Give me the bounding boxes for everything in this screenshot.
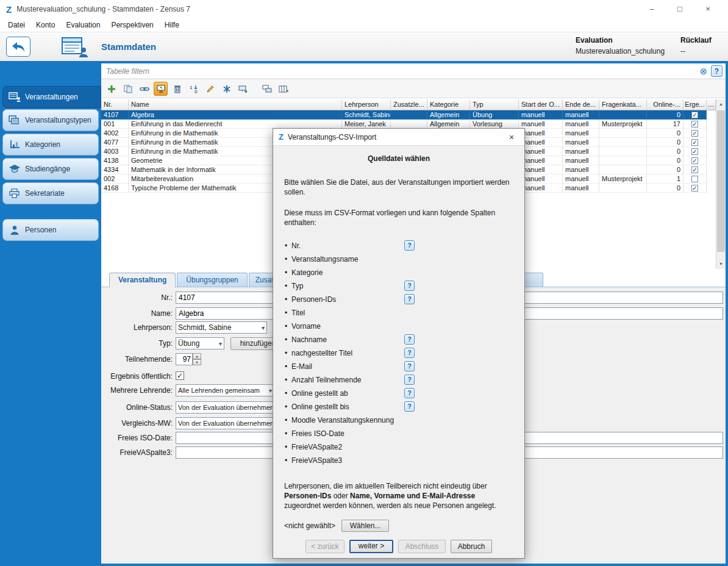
column-header[interactable]: Start der O... (519, 99, 563, 110)
column-header[interactable]: Ende de... (563, 99, 599, 110)
scrollbar-thumb[interactable] (717, 110, 725, 252)
scroll-down-icon[interactable]: ▼ (716, 259, 726, 269)
stepper-up-icon[interactable]: ▴ (193, 353, 201, 359)
column-header[interactable]: Online-... (647, 99, 683, 110)
column-header[interactable]: Zusatzle... (391, 99, 427, 110)
mehrere-lehrende-label: Mehrere Lehrende: (101, 384, 173, 396)
mehrere-lehrende-select[interactable]: Alle Lehrenden gemeinsam ▾ (176, 384, 274, 396)
tab-veranstaltung[interactable]: Veranstaltung (109, 273, 176, 287)
teilnehmende-input[interactable] (176, 353, 193, 365)
online-status-select[interactable]: Von der Evaluation übernehmen ▾ (176, 401, 274, 414)
help-icon[interactable]: ? (404, 281, 415, 291)
window-title: Musterevaluation_schulung - Stammdaten -… (16, 5, 190, 13)
column-header[interactable]: Fragenkata... (599, 99, 647, 110)
filter-bar: ⊗ ? (101, 63, 726, 79)
row-checkbox[interactable]: ✓ (691, 139, 698, 146)
table-cell: 0 (647, 147, 683, 156)
help-icon[interactable]: ? (404, 401, 415, 412)
filter-help-button[interactable]: ? (711, 65, 723, 77)
menu-evaluation[interactable]: Evaluation (60, 19, 105, 31)
tab-uebungsgruppen[interactable]: Übungsgruppen (177, 273, 247, 287)
back-step-button[interactable]: < zurück (305, 540, 344, 553)
csv-column-label: Online gestellt bis (291, 403, 349, 411)
help-icon[interactable]: ? (404, 240, 415, 251)
csv-column-label: Moodle Veranstaltungskennung (291, 416, 394, 424)
column-header[interactable]: Typ (470, 99, 519, 110)
csv-column-item: Personen-IDs? (284, 295, 513, 308)
sidebar-item-veranstaltungstypen[interactable]: Veranstaltungstypen (2, 109, 99, 131)
renumber-icon[interactable]: 10 (187, 82, 201, 96)
csv-column-item: Online gestellt ab? (284, 389, 513, 402)
row-checkbox[interactable]: ✓ (691, 157, 698, 164)
csv-column-item: Vorname (284, 321, 513, 335)
help-icon[interactable]: ? (404, 388, 415, 398)
sidebar-item-kategorien[interactable]: Kategorien (2, 134, 99, 156)
vergleichs-mw-label: Vergleichs-MW: (101, 417, 173, 429)
row-checkbox[interactable]: ✓ (691, 148, 698, 155)
screen-export-icon[interactable] (236, 82, 250, 96)
help-icon[interactable]: ? (404, 294, 415, 304)
csv-import-icon[interactable] (154, 82, 168, 96)
vertical-scrollbar[interactable]: ▲ ▼ (716, 99, 726, 269)
table-row[interactable]: 001Einführung in das MedienrechtMeiser, … (101, 120, 707, 129)
menu-datei[interactable]: Datei (2, 19, 30, 31)
add-icon[interactable] (104, 82, 118, 96)
column-options-button[interactable]: … (707, 99, 716, 110)
scroll-up-icon[interactable]: ▲ (716, 99, 726, 109)
add-column-icon[interactable] (276, 82, 290, 96)
sidebar-item-sekretariate[interactable]: Sekretariate (2, 182, 99, 204)
mehrere-lehrende-value: Alle Lehrenden gemeinsam (178, 387, 260, 394)
row-checkbox[interactable]: ✓ (691, 112, 698, 118)
dialog-intro-1: Bitte wählen Sie die Datei, aus der Vera… (284, 177, 513, 197)
typ-select[interactable]: Übung ▾ (176, 337, 224, 349)
stepper-down-icon[interactable]: ▾ (193, 359, 201, 365)
row-checkbox[interactable]: ✓ (691, 130, 698, 137)
menu-perspektiven[interactable]: Perspektiven (105, 19, 159, 31)
table-row[interactable]: 4107AlgebraSchmidt, SabineAllgemeinÜbung… (101, 110, 707, 120)
close-button[interactable]: × (694, 0, 722, 18)
table-cell: manuell (563, 129, 599, 138)
help-icon[interactable]: ? (404, 334, 415, 345)
sidebar-item-personen[interactable]: Personen (2, 219, 99, 241)
sidebar-item-veranstaltungen[interactable]: Veranstaltungen (2, 86, 101, 108)
menu-konto[interactable]: Konto (30, 19, 60, 31)
help-icon[interactable]: ? (404, 374, 415, 385)
finish-button[interactable]: Abschluss (398, 540, 446, 553)
help-icon[interactable]: ? (404, 361, 415, 371)
row-checkbox[interactable]: ✓ (691, 185, 698, 192)
column-header[interactable]: Erge... (683, 99, 707, 110)
dialog-close-icon[interactable]: × (504, 132, 519, 142)
row-checkbox[interactable] (691, 176, 698, 182)
edit-icon[interactable] (203, 82, 217, 96)
table-cell: Übung (470, 110, 519, 120)
new-evaluation-icon[interactable] (219, 82, 234, 96)
ergebnis-checkbox[interactable]: ✓ (176, 371, 184, 380)
help-icon[interactable]: ? (404, 348, 415, 358)
minimize-button[interactable]: – (638, 0, 666, 18)
vergleichs-mw-select[interactable]: Von der Evaluation übernehmen ▾ (176, 417, 274, 429)
column-header[interactable]: Name (129, 99, 342, 110)
column-header[interactable]: Kategorie (427, 99, 470, 110)
column-header[interactable]: Nr. (101, 99, 129, 110)
teilnehmende-stepper[interactable]: ▴ ▾ (193, 353, 201, 365)
publish-icon[interactable] (260, 82, 274, 96)
menubar: Datei Konto Evaluation Perspektiven Hilf… (0, 18, 728, 32)
table-cell (391, 120, 427, 129)
row-checkbox[interactable]: ✓ (691, 167, 698, 173)
maximize-button[interactable]: □ (666, 0, 694, 18)
table-filter-input[interactable] (102, 64, 682, 78)
row-checkbox[interactable]: ✓ (691, 121, 698, 127)
duplicate-icon[interactable] (121, 82, 135, 96)
sidebar-item-studiengaenge[interactable]: Studiengänge (2, 158, 99, 180)
delete-icon[interactable] (170, 82, 184, 96)
back-button[interactable] (6, 37, 30, 57)
choose-file-button[interactable]: Wählen... (341, 520, 389, 532)
column-header[interactable]: Lehrperson (342, 99, 391, 110)
clear-filter-icon[interactable]: ⊗ (699, 66, 707, 77)
menu-hilfe[interactable]: Hilfe (159, 19, 185, 31)
cancel-button[interactable]: Abbruch (451, 540, 492, 553)
categories-icon (9, 140, 21, 149)
lehrperson-select[interactable]: Schmidt, Sabine ▾ (176, 321, 267, 334)
next-step-button[interactable]: weiter > (349, 540, 393, 553)
attach-icon[interactable] (137, 82, 151, 96)
